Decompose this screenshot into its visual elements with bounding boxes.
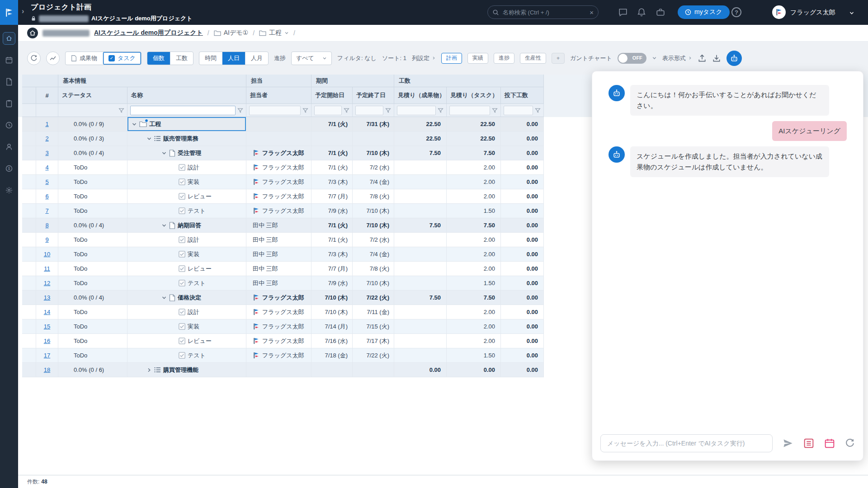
table-row[interactable]: 10ToDo実装田中 三郎7/3 (木)7/4 (金)2.000.00 — [22, 247, 544, 262]
import-icon[interactable] — [698, 54, 707, 63]
sidebar-item-calendar[interactable] — [3, 54, 15, 66]
bell-icon[interactable] — [637, 8, 646, 17]
plan-chip[interactable]: 計画 — [441, 53, 462, 64]
col-name[interactable]: 名称 — [127, 87, 246, 104]
estimate-deliverable-filter-input[interactable] — [397, 106, 436, 115]
row-number-link[interactable]: 7 — [45, 207, 48, 214]
sidebar-item-finance[interactable]: $ — [3, 162, 15, 175]
row-number-link[interactable]: 2 — [45, 135, 48, 142]
chevron-down-icon[interactable] — [652, 56, 657, 61]
sidebar-expand-chevron[interactable]: › — [22, 7, 24, 15]
table-row[interactable]: 10.0% (0 / 9)工程7/1 (火)7/31 (木)22.5022.50… — [22, 117, 544, 131]
col-estimate-deliverable[interactable]: 見積り（成果物） — [394, 87, 447, 104]
productivity-chip[interactable]: 生産性 — [520, 53, 546, 64]
row-number-link[interactable]: 4 — [45, 164, 48, 171]
export-icon[interactable] — [712, 54, 721, 63]
table-row[interactable]: 7ToDoテストフラッグス太郎7/9 (水)7/10 (木)1.500.00 — [22, 204, 544, 218]
send-icon[interactable] — [783, 438, 793, 449]
estimate-task-filter-input[interactable] — [449, 106, 490, 115]
col-estimate-task[interactable]: 見積り（タスク） — [447, 87, 501, 104]
progress-select[interactable]: すべて — [291, 52, 332, 65]
briefcase-icon[interactable] — [656, 8, 665, 17]
table-row[interactable]: 17ToDoテストフラッグス太郎7/18 (金)7/22 (火)1.500.00 — [22, 348, 544, 363]
name-filter-input[interactable] — [130, 106, 236, 115]
sidebar-item-time[interactable] — [3, 119, 15, 131]
table-row[interactable]: 4ToDo設計フラッグス太郎7/1 (火)7/2 (水)2.000.00 — [22, 160, 544, 175]
ai-assistant-button[interactable] — [726, 51, 742, 66]
row-number-link[interactable]: 10 — [44, 251, 50, 258]
chat-message-input[interactable] — [600, 434, 773, 452]
row-number-link[interactable]: 14 — [44, 309, 50, 315]
name-cell[interactable]: 設計 — [127, 233, 246, 247]
collapse-chevron-icon[interactable] — [146, 136, 152, 141]
name-cell[interactable]: 価格決定 — [127, 291, 246, 305]
name-cell[interactable]: テスト — [127, 348, 246, 362]
row-number-link[interactable]: 12 — [44, 280, 50, 286]
gantt-toggle[interactable]: OFF — [618, 53, 646, 64]
row-number-link[interactable]: 5 — [45, 178, 48, 185]
deliverable-toggle[interactable]: 成果物 — [66, 52, 103, 65]
filter-icon[interactable] — [385, 108, 391, 113]
manmonth-button[interactable]: 人月 — [245, 52, 268, 65]
name-cell[interactable]: 工程 — [127, 117, 246, 131]
clear-search-icon[interactable]: × — [590, 9, 594, 16]
col-end[interactable]: 予定終了日 — [353, 87, 394, 104]
breadcrumb-folder[interactable]: AIデモ① — [214, 29, 248, 37]
table-row[interactable]: 15ToDo実装フラッグス太郎7/14 (月)7/15 (火)2.000.00 — [22, 319, 544, 334]
home-icon[interactable] — [27, 28, 38, 38]
collapse-chevron-icon[interactable] — [161, 295, 167, 300]
collapse-chevron-icon[interactable] — [161, 150, 167, 156]
sidebar-item-project[interactable] — [3, 32, 15, 45]
table-row[interactable]: 9ToDo設計田中 三郎7/1 (火)7/2 (水)2.000.00 — [22, 233, 544, 247]
table-row[interactable]: 11ToDoレビュー田中 三郎7/7 (月)7/8 (火)2.000.00 — [22, 262, 544, 276]
table-row[interactable]: 30.0% (0 / 4)受注管理フラッグス太郎7/1 (火)7/10 (木)7… — [22, 146, 544, 160]
row-number-link[interactable]: 18 — [44, 366, 50, 373]
help-icon[interactable]: ? — [731, 7, 741, 17]
my-task-button[interactable]: myタスク — [678, 5, 730, 19]
breadcrumb-current[interactable]: 工程 — [259, 29, 289, 37]
column-settings-button[interactable]: 列設定 — [412, 54, 436, 62]
table-row[interactable]: 130.0% (0 / 4)価格決定フラッグス太郎7/10 (木)7/22 (火… — [22, 291, 544, 305]
effort-mode-button[interactable]: 工数 — [170, 52, 193, 65]
name-cell[interactable]: 設計 — [127, 305, 246, 319]
chevron-down-icon[interactable] — [284, 31, 289, 35]
name-cell[interactable]: 実装 — [127, 319, 246, 333]
col-invested[interactable]: 投下工数 — [501, 87, 544, 104]
end-filter-input[interactable] — [355, 106, 383, 115]
filter-icon[interactable] — [438, 108, 443, 113]
sidebar-item-clipboard[interactable] — [3, 97, 15, 110]
count-mode-button[interactable]: 個数 — [147, 52, 170, 65]
col-start[interactable]: 予定開始日 — [311, 87, 353, 104]
row-number-link[interactable]: 6 — [45, 193, 48, 200]
row-number-link[interactable]: 17 — [44, 352, 50, 359]
collapse-chevron-icon[interactable] — [132, 122, 137, 127]
manday-button[interactable]: 人日 — [222, 52, 245, 65]
filter-status-label[interactable]: フィルタ: なし — [337, 54, 377, 62]
name-cell[interactable]: 設計 — [127, 160, 246, 174]
invested-filter-input[interactable] — [504, 106, 533, 115]
display-format-button[interactable]: 表示形式 — [662, 54, 692, 62]
row-number-link[interactable]: 3 — [45, 150, 48, 156]
table-row[interactable]: 5ToDo実装フラッグス太郎7/3 (木)7/4 (金)2.000.00 — [22, 175, 544, 189]
col-assignee[interactable]: 担当者 — [246, 87, 311, 104]
name-cell[interactable]: テスト — [127, 204, 246, 218]
row-number-link[interactable]: 13 — [44, 294, 50, 301]
col-status[interactable]: ステータス — [58, 87, 127, 104]
assignee-filter-input[interactable] — [249, 106, 301, 115]
ai-schedule-calendar-icon[interactable] — [824, 438, 835, 449]
name-cell[interactable]: レビュー — [127, 262, 246, 276]
chevron-down-icon[interactable] — [849, 10, 854, 16]
filter-icon[interactable] — [344, 108, 349, 113]
breadcrumb-project-link[interactable]: AIスケジュール demo用プロジェクト — [94, 29, 203, 37]
task-list-icon[interactable] — [803, 438, 814, 449]
table-row[interactable]: 180.0% (0 / 6)購買管理機能0.000.000.00 — [22, 363, 544, 377]
table-row[interactable]: 12ToDoテスト田中 三郎7/9 (水)7/10 (木)1.500.00 — [22, 276, 544, 291]
name-cell[interactable]: 販売管理業務 — [127, 131, 246, 145]
name-cell[interactable]: レビュー — [127, 189, 246, 203]
user-name[interactable]: フラッグス太郎 — [790, 9, 835, 17]
filter-icon[interactable] — [302, 108, 308, 113]
name-cell[interactable]: 購買管理機能 — [127, 363, 246, 377]
task-toggle[interactable]: ✓ タスク — [103, 52, 141, 65]
table-row[interactable]: 16ToDoレビューフラッグス太郎7/16 (水)7/17 (木)2.000.0… — [22, 334, 544, 348]
table-row[interactable]: 20.0% (0 / 3)販売管理業務22.5022.500.00 — [22, 131, 544, 146]
